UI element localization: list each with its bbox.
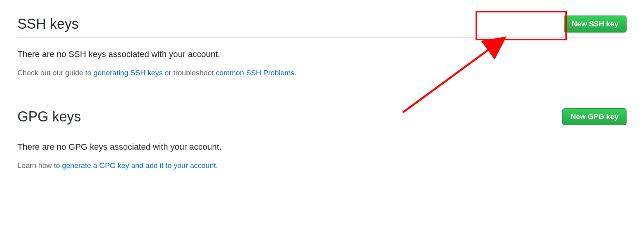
gpg-empty-message: There are no GPG keys associated with yo… <box>17 142 627 152</box>
ssh-keys-title: SSH keys <box>17 16 79 32</box>
ssh-empty-message: There are no SSH keys associated with yo… <box>17 49 627 59</box>
gpg-help-text: Learn how to generate a GPG key and add … <box>17 161 627 170</box>
new-gpg-key-button[interactable]: New GPG key <box>562 108 627 125</box>
gpg-keys-title: GPG keys <box>17 109 81 125</box>
gpg-section-header: GPG keys New GPG key <box>17 108 627 130</box>
ssh-keys-section: SSH keys New SSH key There are no SSH ke… <box>17 16 627 77</box>
gpg-keys-section: GPG keys New GPG key There are no GPG ke… <box>17 108 627 170</box>
ssh-help-text: Check out our guide to generating SSH ke… <box>17 69 627 77</box>
ssh-help-prefix: Check out our guide to <box>17 69 93 77</box>
new-ssh-key-button[interactable]: New SSH key <box>564 16 627 33</box>
gpg-help-suffix: . <box>216 161 218 170</box>
ssh-help-middle: or troubleshoot <box>163 69 216 77</box>
gpg-help-prefix: Learn how to <box>17 161 62 170</box>
common-ssh-problems-link[interactable]: common SSH Problems <box>216 69 294 77</box>
ssh-help-suffix: . <box>294 69 296 77</box>
generating-ssh-keys-link[interactable]: generating SSH keys <box>93 69 163 77</box>
ssh-section-header: SSH keys New SSH key <box>17 16 627 38</box>
generate-gpg-key-link[interactable]: generate a GPG key and add it to your ac… <box>62 161 216 170</box>
